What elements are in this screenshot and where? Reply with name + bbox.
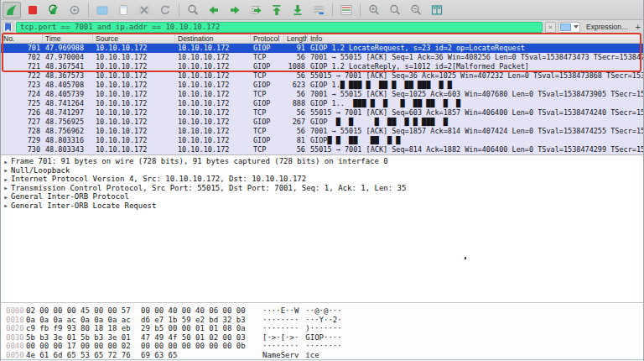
column-header-protocol[interactable]: Protocol bbox=[251, 34, 284, 43]
zoom-original-button[interactable] bbox=[386, 2, 404, 18]
packet-destination: 10.10.10.172 bbox=[175, 118, 251, 127]
find-packet-button[interactable] bbox=[184, 2, 202, 18]
expander-icon[interactable] bbox=[1, 159, 11, 165]
save-file-button[interactable] bbox=[114, 2, 132, 18]
hex-bytes-left: 4e 61 6d 65 53 65 72 76 bbox=[26, 351, 136, 360]
column-header-info[interactable]: Info bbox=[308, 34, 643, 43]
expander-icon[interactable] bbox=[1, 167, 11, 173]
hex-row[interactable]: 0020 c9 fb f9 93 80 18 18 eb 29 b5 00 00… bbox=[1, 324, 643, 333]
packet-length: 623 bbox=[284, 81, 308, 90]
detail-text: Transmission Control Protocol, Src Port:… bbox=[11, 184, 406, 193]
stop-capture-button[interactable] bbox=[23, 2, 42, 18]
capture-options-button[interactable] bbox=[65, 2, 84, 18]
column-header-length[interactable]: Length bbox=[284, 34, 308, 43]
column-header-no[interactable]: No. bbox=[1, 34, 43, 43]
hex-bytes-left: 0a 0a 0a ac 0a 0a 0a ac bbox=[26, 316, 136, 325]
zoom-original-icon bbox=[388, 3, 402, 17]
detail-row[interactable]: Frame 701: 91 bytes on wire (728 bits), … bbox=[1, 157, 643, 166]
next-packet-button[interactable] bbox=[226, 2, 244, 18]
expander-icon[interactable] bbox=[1, 176, 11, 182]
previous-packet-button[interactable] bbox=[205, 2, 223, 18]
hex-row[interactable]: 0000 02 00 00 00 45 00 00 57 00 00 40 00… bbox=[1, 306, 643, 316]
close-file-button[interactable] bbox=[135, 2, 153, 18]
column-header-time[interactable]: Time bbox=[43, 34, 93, 43]
toolbar-separator bbox=[332, 3, 333, 17]
hex-offset: 0050 bbox=[1, 351, 26, 360]
hex-row[interactable]: 0010 0a 0a 0a ac 0a 0a 0a ac d6 e7 1b 59… bbox=[1, 316, 643, 325]
hex-bytes-left: 00 00 00 17 00 00 00 02 bbox=[26, 342, 136, 351]
hex-row[interactable]: 0030 5b b3 3e 01 5b b3 3e 01 47 49 4f 50… bbox=[1, 333, 643, 343]
packet-row[interactable]: 730 48.803343 10.10.10.172 10.10.10.172 … bbox=[1, 145, 643, 154]
colorize-packets-button[interactable] bbox=[309, 2, 328, 18]
close-x-icon bbox=[138, 3, 151, 17]
detail-text: General Inter-ORB Locate Request bbox=[11, 201, 156, 211]
packet-row[interactable]: 725 48.741264 10.10.10.172 10.10.10.172 … bbox=[1, 99, 643, 108]
packet-no: 726 bbox=[1, 108, 43, 118]
bookmark-icon bbox=[4, 23, 12, 32]
hex-bytes-right: 00 00 40 00 40 06 00 00 bbox=[141, 306, 251, 316]
resize-columns-button[interactable] bbox=[428, 2, 446, 18]
hex-bytes-right: d6 e7 1b 59 e2 bd 32 b3 bbox=[141, 316, 251, 325]
expander-icon[interactable] bbox=[1, 194, 11, 200]
packet-row[interactable]: 727 48.756925 10.10.10.172 10.10.10.172 … bbox=[1, 118, 643, 127]
packet-row[interactable]: 729 48.803316 10.10.10.172 10.10.10.172 … bbox=[1, 136, 643, 145]
packet-protocol: TCP bbox=[251, 53, 284, 62]
first-packet-button[interactable] bbox=[267, 2, 286, 18]
detail-row[interactable]: General Inter-ORB Protocol bbox=[1, 192, 643, 201]
packet-row[interactable]: 723 48.405708 10.10.10.172 10.10.10.172 … bbox=[1, 81, 643, 90]
reload-file-button[interactable] bbox=[156, 2, 174, 18]
packet-row[interactable]: 721 48.367541 10.10.10.172 10.10.10.172 … bbox=[1, 62, 643, 71]
detail-row[interactable]: General Inter-ORB Locate Request bbox=[1, 201, 643, 211]
restart-capture-button[interactable] bbox=[44, 2, 63, 18]
detail-row[interactable]: Internet Protocol Version 4, Src: 10.10.… bbox=[1, 175, 643, 184]
packet-row[interactable]: 722 48.367573 10.10.10.172 10.10.10.172 … bbox=[1, 71, 643, 81]
detail-text: Internet Protocol Version 4, Src: 10.10.… bbox=[11, 175, 306, 184]
auto-scroll-button[interactable] bbox=[337, 2, 356, 18]
last-packet-button[interactable] bbox=[288, 2, 307, 18]
packet-source: 10.10.10.172 bbox=[93, 53, 175, 62]
toolbar-separator bbox=[179, 3, 179, 17]
packet-protocol: GIOP bbox=[251, 136, 284, 145]
expander-icon[interactable] bbox=[1, 202, 11, 208]
magnifier-icon bbox=[186, 3, 200, 17]
filter-bookmark-button[interactable] bbox=[3, 22, 13, 33]
detail-row[interactable]: Transmission Control Protocol, Src Port:… bbox=[1, 184, 643, 193]
expression-button[interactable]: Expression… bbox=[583, 23, 632, 31]
hex-row[interactable]: 0050 4e 61 6d 65 53 65 72 76 69 63 65 Na… bbox=[1, 351, 643, 360]
filter-color-swatch bbox=[560, 24, 571, 31]
zoom-in-button[interactable] bbox=[365, 2, 383, 18]
packet-time: 48.405708 bbox=[43, 81, 93, 90]
packet-destination: 10.10.10.172 bbox=[175, 62, 251, 71]
packet-row[interactable]: 702 47.970004 10.10.10.172 10.10.10.172 … bbox=[1, 53, 643, 62]
packet-length: 56 bbox=[284, 145, 308, 154]
display-filter-input[interactable]: tcp.port == 7001 and ip.addr == 10.10.10… bbox=[16, 22, 543, 33]
packet-info: GIOP█ █ ██ ██ █ █ bbox=[308, 136, 643, 145]
packet-row[interactable]: 728 48.756962 10.10.10.172 10.10.10.172 … bbox=[1, 127, 643, 136]
expander-icon[interactable] bbox=[1, 185, 11, 191]
hex-row[interactable]: 0040 00 00 00 17 00 00 00 02 00 00 00 00… bbox=[1, 342, 643, 351]
column-header-destination[interactable]: Destination bbox=[175, 34, 251, 43]
packet-info: GIOP 1.. ███ █ █ █ ██ ██ █ █ bbox=[308, 99, 643, 108]
packet-length: 888 bbox=[284, 99, 308, 108]
ascii-right: ········ bbox=[305, 342, 341, 351]
open-file-button[interactable] bbox=[93, 2, 112, 18]
packet-row[interactable]: 701 47.969988 10.10.10.172 10.10.10.172 … bbox=[1, 44, 643, 53]
column-header-source[interactable]: Source bbox=[93, 34, 175, 43]
zoom-out-button[interactable] bbox=[407, 2, 425, 18]
start-capture-button[interactable] bbox=[3, 2, 21, 18]
packet-row[interactable]: 724 48.405739 10.10.10.172 10.10.10.172 … bbox=[1, 90, 643, 99]
packet-protocol: GIOP bbox=[251, 99, 284, 108]
detail-row[interactable]: Null/Loopback bbox=[1, 166, 643, 175]
filter-add-button[interactable]: + bbox=[635, 22, 641, 32]
packet-source: 10.10.10.172 bbox=[93, 99, 175, 108]
go-to-packet-button[interactable] bbox=[247, 2, 265, 18]
resize-columns-icon bbox=[430, 3, 444, 17]
chevron-down-icon bbox=[574, 25, 579, 29]
filter-clear-icon[interactable]: ✕ bbox=[545, 22, 556, 33]
gear-icon bbox=[68, 3, 81, 17]
packet-no: 702 bbox=[1, 53, 43, 62]
filter-history-dropdown[interactable] bbox=[558, 22, 580, 33]
packet-time: 48.367573 bbox=[43, 71, 93, 81]
packet-protocol: TCP bbox=[251, 145, 284, 154]
packet-row[interactable]: 726 48.741297 10.10.10.172 10.10.10.172 … bbox=[1, 108, 643, 118]
